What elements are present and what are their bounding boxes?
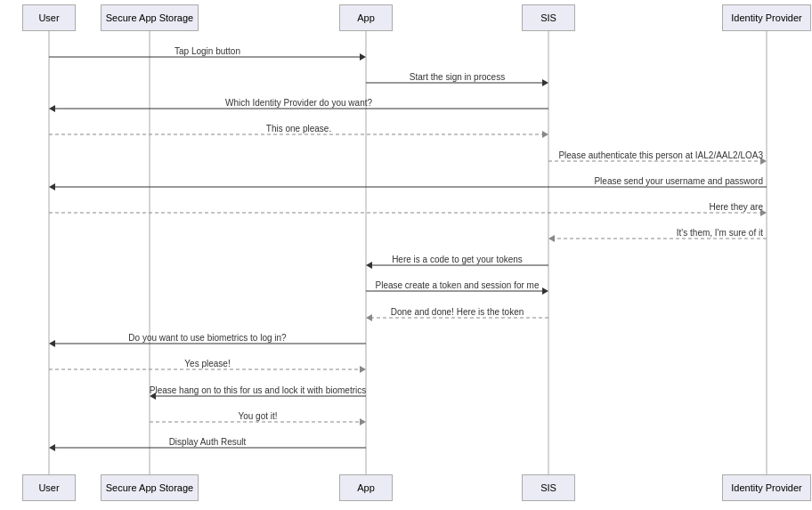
svg-marker-45 xyxy=(150,393,156,400)
svg-text:Please create a token and sess: Please create a token and session for me xyxy=(376,280,540,290)
svg-text:Here is a code to get your tok: Here is a code to get your tokens xyxy=(392,255,523,264)
svg-text:Please authenticate this perso: Please authenticate this person at IAL2/… xyxy=(558,150,763,160)
svg-text:Start the sign in process: Start the sign in process xyxy=(410,72,505,82)
svg-marker-12 xyxy=(49,105,55,112)
svg-text:Display Auth Result: Display Auth Result xyxy=(169,437,247,447)
svg-marker-42 xyxy=(360,366,366,373)
actor-bot-app: App xyxy=(339,474,393,501)
sequence-diagram: Tap Login buttonStart the sign in proces… xyxy=(0,0,812,510)
svg-marker-6 xyxy=(360,53,366,61)
svg-marker-9 xyxy=(542,79,548,86)
arrows-svg: Tap Login buttonStart the sign in proces… xyxy=(0,0,812,510)
svg-marker-30 xyxy=(366,262,372,269)
actor-bot-sis: SIS xyxy=(522,474,575,501)
svg-marker-39 xyxy=(49,340,55,347)
svg-text:Done and done! Here is the tok: Done and done! Here is the token xyxy=(391,307,524,317)
svg-text:Which Identity Provider do you: Which Identity Provider do you want? xyxy=(225,98,373,108)
svg-text:You got it!: You got it! xyxy=(238,411,277,421)
actor-top-idp: Identity Provider xyxy=(722,4,811,31)
svg-text:Please send your username and : Please send your username and password xyxy=(594,176,763,186)
svg-text:Yes please!: Yes please! xyxy=(184,359,230,368)
actor-top-app: App xyxy=(339,4,393,31)
svg-text:It's them, I'm sure of it: It's them, I'm sure of it xyxy=(677,228,763,238)
svg-marker-24 xyxy=(760,209,767,216)
svg-marker-36 xyxy=(366,314,372,321)
actor-top-storage: Secure App Storage xyxy=(101,4,199,31)
svg-marker-21 xyxy=(49,183,55,190)
actor-top-user: User xyxy=(22,4,76,31)
svg-marker-15 xyxy=(542,131,548,138)
svg-text:Please hang on to this for us : Please hang on to this for us and lock i… xyxy=(150,385,366,395)
actor-bot-user: User xyxy=(22,474,76,501)
actor-top-sis: SIS xyxy=(522,4,575,31)
svg-text:Tap Login button: Tap Login button xyxy=(175,46,240,56)
svg-text:Do you want to use biometrics : Do you want to use biometrics to log in? xyxy=(128,333,287,343)
svg-marker-48 xyxy=(360,418,366,425)
svg-marker-27 xyxy=(548,235,555,242)
svg-text:Here they are: Here they are xyxy=(709,202,763,212)
svg-marker-33 xyxy=(542,287,548,295)
actor-bot-idp: Identity Provider xyxy=(722,474,811,501)
actor-bot-storage: Secure App Storage xyxy=(101,474,199,501)
svg-marker-18 xyxy=(760,158,767,165)
svg-marker-51 xyxy=(49,444,55,451)
svg-text:This one please.: This one please. xyxy=(266,124,331,134)
